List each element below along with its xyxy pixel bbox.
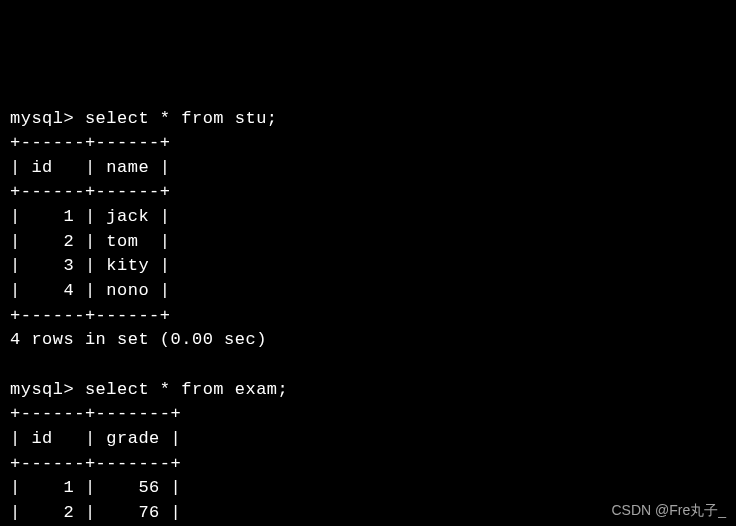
sql-query-2: select * from exam;: [85, 380, 288, 399]
watermark: CSDN @Fre丸子_: [611, 500, 726, 520]
sql-query-1: select * from stu;: [85, 109, 278, 128]
table1-row: | 3 | kity |: [10, 256, 171, 275]
table2-row: | 1 | 56 |: [10, 478, 181, 497]
prompt-1: mysql>: [10, 109, 85, 128]
table1-border-bottom: +------+------+: [10, 306, 171, 325]
prompt-2: mysql>: [10, 380, 85, 399]
table2-header: | id | grade |: [10, 429, 181, 448]
terminal-output: mysql> select * from stu; +------+------…: [10, 107, 726, 526]
table2-row: | 2 | 76 |: [10, 503, 181, 522]
table1-header: | id | name |: [10, 158, 171, 177]
result-footer-1: 4 rows in set (0.00 sec): [10, 330, 267, 349]
table1-border-top: +------+------+: [10, 133, 171, 152]
table1-row: | 1 | jack |: [10, 207, 171, 226]
table2-border-top: +------+-------+: [10, 404, 181, 423]
table1-row: | 4 | nono |: [10, 281, 171, 300]
table1-border-mid: +------+------+: [10, 182, 171, 201]
table1-row: | 2 | tom |: [10, 232, 171, 251]
table2-border-mid: +------+-------+: [10, 454, 181, 473]
